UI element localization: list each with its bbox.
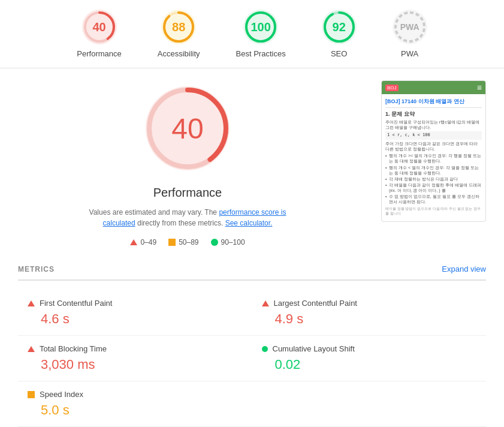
score-label-best-practices: Best Practices bbox=[236, 49, 286, 58]
metric-si-header: Speed Index bbox=[28, 390, 243, 399]
ss-heading: 1. 문제 요약 bbox=[385, 110, 482, 118]
ss-bullet-3: 각 배열을 다음과 같이 정렬한 후에 배열에 드래퍼(ex. 어 이다, 갱 … bbox=[385, 182, 482, 193]
menu-icon: ≡ bbox=[477, 83, 482, 92]
metric-tbt-header: Total Blocking Time bbox=[28, 344, 243, 353]
lcp-icon bbox=[262, 300, 269, 306]
metric-item-fcp: First Contentful Paint 4.6 s bbox=[18, 290, 252, 336]
score-label-pwa: PWA bbox=[401, 49, 418, 58]
metrics-header: METRICS Expand view bbox=[18, 258, 486, 281]
score-circle-pwa: PWA bbox=[393, 10, 427, 44]
fail-icon bbox=[130, 239, 137, 245]
screenshot-frame: BOJ ≡ [BOJ] 17140 이차원 배열과 연산 1. 문제 요약 주어… bbox=[381, 80, 486, 222]
pass-icon bbox=[211, 239, 218, 246]
disclaimer-text: Values are estimated and may vary. The bbox=[89, 208, 217, 216]
screenshot-header-left: BOJ bbox=[385, 85, 399, 91]
score-label-performance: Performance bbox=[77, 49, 121, 58]
perf-circle-container: 40 bbox=[140, 80, 236, 176]
tbt-icon bbox=[28, 346, 35, 352]
score-label-seo: SEO bbox=[331, 49, 347, 58]
score-label-accessibility: Accessibility bbox=[158, 49, 200, 58]
perf-score-big: 40 bbox=[171, 112, 203, 145]
calculator-link[interactable]: See calculator. bbox=[225, 219, 273, 227]
score-circle-best-practices: 100 bbox=[243, 10, 278, 44]
perf-title: Performance bbox=[153, 186, 222, 200]
cls-icon bbox=[262, 346, 268, 352]
metric-lcp-header: Largest Contentful Paint bbox=[262, 299, 477, 308]
legend-range-fail: 0–49 bbox=[140, 238, 156, 246]
metric-fcp-name: First Contentful Paint bbox=[40, 299, 112, 308]
metric-item-cls: Cumulative Layout Shift 0.02 bbox=[252, 336, 487, 381]
fcp-icon bbox=[28, 300, 35, 306]
ss-bullet-1: 행의 개수 < 열의 개수인 경우: 각 열을 정렬 또는 는 동 대해 정렬을… bbox=[385, 165, 482, 176]
metric-lcp-name: Largest Contentful Paint bbox=[274, 299, 357, 308]
ss-divider bbox=[385, 107, 482, 108]
expand-view-button[interactable]: Expand view bbox=[442, 264, 486, 273]
screenshot-body: [BOJ] 17140 이차원 배열과 연산 1. 문제 요약 주어진 배열로 … bbox=[382, 94, 485, 221]
ss-code-block: 1 < r, c, k < 100 bbox=[385, 131, 482, 140]
screenshot-header: BOJ ≡ bbox=[382, 81, 485, 94]
score-item-pwa[interactable]: PWA PWA bbox=[393, 10, 427, 58]
score-item-performance[interactable]: 40 Performance bbox=[77, 10, 121, 58]
legend-item-average: 50–89 bbox=[168, 238, 198, 246]
screenshot-panel: BOJ ≡ [BOJ] 17140 이차원 배열과 연산 1. 문제 요약 주어… bbox=[381, 80, 486, 246]
ss-bullet-2: 각 재배 정렬하는 방식은 다음과 같다 bbox=[385, 176, 482, 182]
metric-si-name: Speed Index bbox=[40, 390, 83, 399]
score-value-best-practices: 100 bbox=[251, 20, 270, 34]
performance-panel: 40 Performance Values are estimated and … bbox=[18, 80, 357, 246]
score-value-performance: 40 bbox=[92, 20, 105, 34]
average-icon bbox=[168, 239, 176, 246]
metric-item-empty bbox=[252, 381, 487, 427]
score-value-accessibility: 88 bbox=[172, 20, 185, 34]
metric-si-value: 5.0 s bbox=[28, 402, 243, 418]
metrics-title: METRICS bbox=[18, 265, 55, 273]
metric-cls-header: Cumulative Layout Shift bbox=[262, 344, 477, 353]
metric-cls-value: 0.02 bbox=[262, 357, 477, 372]
score-circle-accessibility: 88 bbox=[161, 10, 196, 44]
metric-fcp-value: 4.6 s bbox=[28, 311, 243, 327]
si-icon bbox=[28, 391, 35, 398]
ss-desc-text: 주어 가장 크다면 다음과 같은 크다면 경우에 따라 다른 방법으로 정렬됩니… bbox=[385, 141, 482, 152]
metrics-section: METRICS Expand view First Contentful Pai… bbox=[0, 258, 504, 427]
score-value-pwa: PWA bbox=[400, 22, 420, 32]
main-content: 40 Performance Values are estimated and … bbox=[0, 68, 504, 258]
score-item-seo[interactable]: 92 SEO bbox=[322, 10, 357, 58]
score-circle-performance: 40 bbox=[82, 10, 117, 44]
metric-lcp-value: 4.9 s bbox=[262, 311, 477, 327]
score-circle-seo: 92 bbox=[322, 10, 357, 44]
legend: 0–49 50–89 90–100 bbox=[130, 238, 245, 246]
boj-tag: BOJ bbox=[385, 85, 399, 91]
score-item-best-practices[interactable]: 100 Best Practices bbox=[236, 10, 286, 58]
score-item-accessibility[interactable]: 88 Accessibility bbox=[158, 10, 200, 58]
metrics-grid: First Contentful Paint 4.6 s Largest Con… bbox=[18, 290, 486, 427]
legend-item-fail: 0–49 bbox=[130, 238, 156, 246]
disclaimer-text-2: directly from these metrics. bbox=[137, 219, 223, 227]
legend-range-pass: 90–100 bbox=[221, 238, 245, 246]
metric-tbt-name: Total Blocking Time bbox=[40, 344, 107, 353]
ss-code-text: 주어진 배열로 구성되어있는 r행c열에 i값의 배열에 그런 배열을 구해냅니… bbox=[385, 119, 482, 130]
ss-bullet-0: 행의 개수 >= 열의 개수인 경우: 각 행을 정렬 또는 는 동 대해 정렬… bbox=[385, 153, 482, 164]
score-value-seo: 92 bbox=[333, 20, 346, 34]
ss-bullet-4: 수 없 방법이 없으므로, 필요 필요 를 모두 갱신하면서 사용하면 된다. bbox=[385, 194, 482, 205]
legend-item-pass: 90–100 bbox=[211, 238, 245, 246]
perf-disclaimer: Values are estimated and may vary. The p… bbox=[86, 207, 289, 228]
metric-fcp-header: First Contentful Paint bbox=[28, 299, 243, 308]
ss-title: [BOJ] 17140 이차원 배열과 연산 bbox=[385, 98, 482, 106]
metric-cls-name: Cumulative Layout Shift bbox=[273, 344, 355, 353]
metric-item-tbt: Total Blocking Time 3,030 ms bbox=[18, 336, 252, 381]
metric-tbt-value: 3,030 ms bbox=[28, 357, 243, 372]
metric-item-si: Speed Index 5.0 s bbox=[18, 381, 252, 427]
scores-bar: 40 Performance 88 Accessibility 100 Best… bbox=[0, 0, 504, 68]
ss-footer: 테이블 정렬 방법이 없으므로 다음 따라 주신 필요 없는 경우를 합니다 bbox=[385, 207, 482, 216]
metric-item-lcp: Largest Contentful Paint 4.9 s bbox=[252, 290, 487, 336]
legend-range-average: 50–89 bbox=[179, 238, 198, 246]
